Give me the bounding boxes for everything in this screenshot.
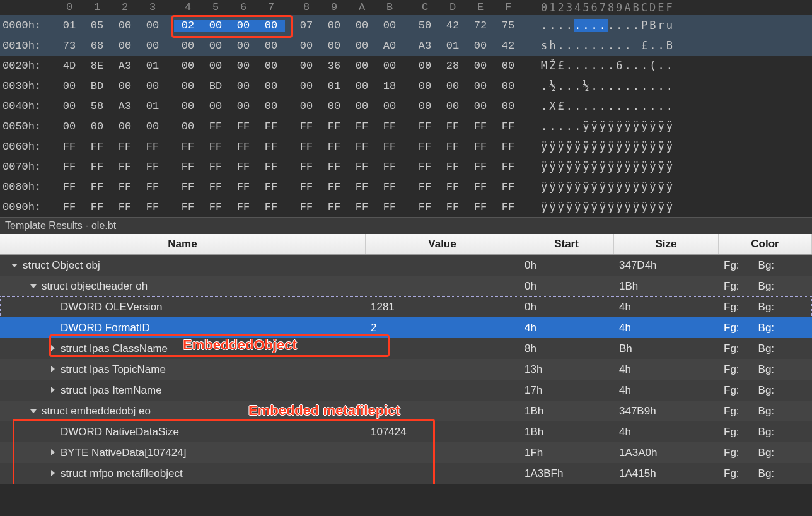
hex-byte[interactable]: FF: [494, 141, 522, 153]
hex-byte[interactable]: 00: [229, 20, 257, 32]
hex-byte[interactable]: 72: [467, 20, 494, 32]
tree-row[interactable]: struct objectheader oh0h1BhFg:Bg:: [0, 276, 812, 296]
hex-row[interactable]: 0070h:FFFFFFFFFFFFFFFFFFFFFFFFFFFFFFFFÿÿ…: [0, 156, 812, 177]
hex-byte[interactable]: 00: [139, 40, 166, 52]
tree-node-color[interactable]: Fg:Bg:: [719, 343, 812, 355]
hex-byte[interactable]: 00: [320, 20, 348, 32]
hex-byte[interactable]: FF: [411, 201, 439, 213]
hex-byte[interactable]: 8E: [83, 60, 111, 72]
hex-byte[interactable]: 01: [439, 40, 467, 52]
hex-byte[interactable]: FF: [494, 161, 522, 173]
hex-byte[interactable]: 00: [139, 80, 166, 92]
hex-byte[interactable]: 01: [139, 100, 166, 112]
hex-byte[interactable]: FF: [83, 181, 111, 193]
hex-byte[interactable]: FF: [257, 161, 285, 173]
hex-byte[interactable]: 00: [229, 40, 257, 52]
hex-byte[interactable]: 00: [411, 100, 439, 112]
expand-icon[interactable]: [49, 470, 57, 478]
hex-byte[interactable]: FF: [202, 120, 229, 132]
hex-byte[interactable]: FF: [467, 161, 494, 173]
hex-byte[interactable]: 28: [439, 60, 467, 72]
tree-node-color[interactable]: Fg:Bg:: [719, 426, 812, 438]
hex-row[interactable]: 0000h:01050000020000000700000050427275..…: [0, 15, 812, 35]
hex-byte[interactable]: 68: [83, 40, 111, 52]
hex-byte[interactable]: 00: [202, 100, 229, 112]
hex-byte[interactable]: 00: [320, 100, 348, 112]
hex-byte[interactable]: FF: [55, 181, 83, 193]
ascii-row[interactable]: sh......... £..B: [522, 39, 675, 52]
hex-byte[interactable]: 00: [293, 60, 320, 72]
hex-byte[interactable]: 00: [257, 80, 285, 92]
hex-byte[interactable]: 00: [55, 100, 83, 112]
tree-node-color[interactable]: Fg:Bg:: [719, 322, 812, 334]
hex-byte[interactable]: 05: [83, 20, 111, 32]
hex-byte[interactable]: FF: [411, 120, 439, 132]
tree-node-color[interactable]: Fg:Bg:: [719, 405, 812, 418]
hex-byte[interactable]: FF: [320, 120, 348, 132]
tree-node-color[interactable]: Fg:Bg:: [719, 259, 812, 272]
hex-byte[interactable]: 50: [411, 20, 439, 32]
expand-icon[interactable]: [49, 449, 57, 457]
hex-byte[interactable]: FF: [439, 141, 467, 153]
hex-byte[interactable]: BD: [83, 80, 111, 92]
hex-row[interactable]: 0060h:FFFFFFFFFFFFFFFFFFFFFFFFFFFFFFFFÿÿ…: [0, 136, 812, 156]
hex-byte[interactable]: 18: [376, 80, 403, 92]
hex-row[interactable]: 0080h:FFFFFFFFFFFFFFFFFFFFFFFFFFFFFFFFÿÿ…: [0, 177, 812, 197]
tree-row[interactable]: struct lpas ClassName8hBhFg:Bg:: [0, 338, 812, 359]
column-color[interactable]: Color: [719, 234, 812, 254]
hex-byte[interactable]: FF: [439, 161, 467, 173]
hex-byte[interactable]: 00: [174, 80, 202, 92]
hex-byte[interactable]: FF: [348, 161, 376, 173]
hex-byte[interactable]: FF: [320, 181, 348, 193]
hex-byte[interactable]: 75: [494, 20, 522, 32]
hex-byte[interactable]: FF: [229, 120, 257, 132]
hex-byte[interactable]: FF: [348, 201, 376, 213]
hex-byte[interactable]: FF: [139, 201, 166, 213]
ascii-row[interactable]: ÿÿÿÿÿÿÿÿÿÿÿÿÿÿÿÿ: [522, 140, 675, 153]
hex-byte[interactable]: FF: [320, 161, 348, 173]
tree-node-color[interactable]: Fg:Bg:: [719, 467, 812, 480]
hex-byte[interactable]: FF: [55, 201, 83, 213]
hex-byte[interactable]: FF: [174, 181, 202, 193]
hex-byte[interactable]: FF: [467, 120, 494, 132]
hex-byte[interactable]: FF: [202, 181, 229, 193]
hex-byte[interactable]: 73: [55, 40, 83, 52]
tree-row[interactable]: struct mfpo metafileobject1A3BFh1A415hFg…: [0, 463, 812, 484]
hex-byte[interactable]: 00: [348, 100, 376, 112]
hex-byte[interactable]: 00: [257, 40, 285, 52]
hex-byte[interactable]: 00: [293, 100, 320, 112]
hex-viewer[interactable]: 0123456789ABCDEF 0123456789ABCDEF 0000h:…: [0, 0, 812, 217]
hex-byte[interactable]: 00: [293, 80, 320, 92]
ascii-row[interactable]: .½...½..........: [522, 79, 675, 92]
tree-node-color[interactable]: Fg:Bg:: [719, 447, 812, 459]
hex-byte[interactable]: 00: [111, 80, 139, 92]
column-size[interactable]: Size: [614, 234, 719, 254]
hex-byte[interactable]: FF: [55, 161, 83, 173]
hex-byte[interactable]: FF: [257, 181, 285, 193]
hex-byte[interactable]: FF: [439, 201, 467, 213]
hex-byte[interactable]: FF: [376, 120, 403, 132]
hex-byte[interactable]: 01: [320, 80, 348, 92]
hex-row[interactable]: 0050h:0000000000FFFFFFFFFFFFFFFFFFFFFF..…: [0, 116, 812, 136]
hex-byte[interactable]: FF: [174, 141, 202, 153]
column-start[interactable]: Start: [519, 234, 614, 254]
hex-byte[interactable]: FF: [257, 201, 285, 213]
hex-byte[interactable]: FF: [376, 181, 403, 193]
hex-byte[interactable]: FF: [293, 120, 320, 132]
tree-node-color[interactable]: Fg:Bg:: [719, 384, 812, 397]
tree-row[interactable]: struct Object obj0h347D4hFg:Bg:: [0, 255, 812, 276]
column-value[interactable]: Value: [366, 234, 519, 254]
hex-byte[interactable]: 00: [376, 60, 403, 72]
hex-byte[interactable]: 00: [348, 80, 376, 92]
hex-byte[interactable]: 00: [348, 60, 376, 72]
hex-byte[interactable]: 00: [55, 80, 83, 92]
hex-byte[interactable]: FF: [83, 201, 111, 213]
hex-byte[interactable]: 42: [494, 40, 522, 52]
hex-byte[interactable]: FF: [139, 141, 166, 153]
hex-byte[interactable]: FF: [257, 120, 285, 132]
hex-byte[interactable]: FF: [83, 161, 111, 173]
hex-byte[interactable]: 00: [111, 120, 139, 132]
hex-byte[interactable]: FF: [139, 181, 166, 193]
hex-byte[interactable]: FF: [494, 181, 522, 193]
hex-byte[interactable]: FF: [293, 181, 320, 193]
